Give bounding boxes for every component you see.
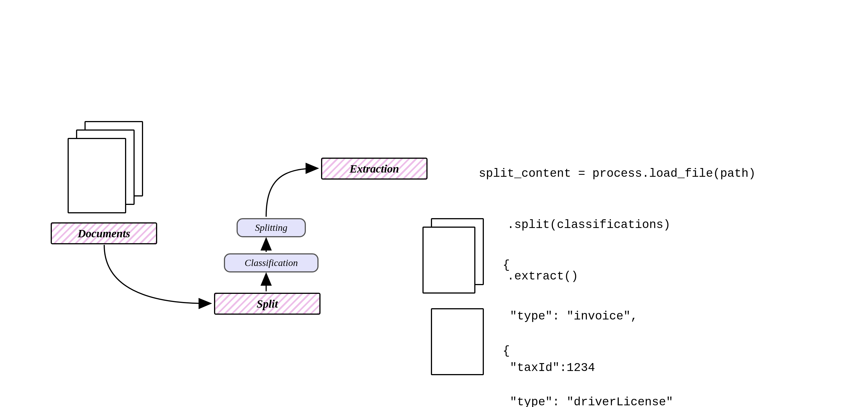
splitting-node: Splitting	[237, 218, 306, 237]
json2-l2: "type": "driverLicense"	[503, 394, 673, 407]
arrow-splitting-to-extraction	[266, 168, 317, 217]
documents-label: Documents	[78, 227, 130, 240]
code-line-1: split_content = process.load_file(path)	[479, 165, 756, 182]
json-output-2: { "type": "driverLicense" "licenseId":56…	[503, 308, 673, 407]
extraction-label: Extraction	[349, 162, 399, 175]
splitting-label: Splitting	[255, 223, 287, 233]
documents-box: Documents	[51, 223, 157, 244]
classification-node: Classification	[224, 253, 318, 272]
json1-l1: {	[503, 257, 638, 274]
split-label: Split	[256, 297, 278, 310]
diagram-canvas: Documents Split Classification Splitting…	[0, 0, 868, 407]
split-box: Split	[214, 293, 320, 315]
extraction-box: Extraction	[321, 158, 428, 179]
arrow-documents-to-split	[104, 245, 210, 303]
json2-l1: {	[503, 343, 673, 360]
classification-label: Classification	[245, 258, 298, 268]
